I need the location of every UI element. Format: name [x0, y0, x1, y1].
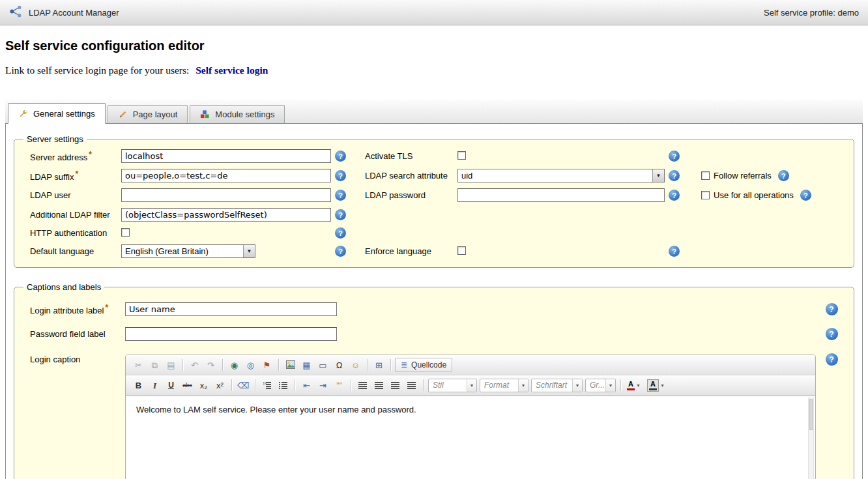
help-icon-ldap-password[interactable]: ? — [669, 190, 680, 201]
text-color-button[interactable]: A▾ — [626, 380, 643, 391]
tab-module-settings[interactable]: Module settings — [190, 105, 285, 123]
remove-format-icon[interactable]: ⌫ — [236, 378, 251, 392]
align-right-icon[interactable] — [388, 378, 403, 392]
login-caption-cell: ✂⧉▤↶↷◉◎⚑▦▭Ω☺⊞≣Quellcode BIUabcx₂x²⌫⇤⇥””S… — [125, 352, 816, 479]
login-attribute-input[interactable] — [125, 302, 337, 316]
help-icon-default-language[interactable]: ? — [335, 246, 346, 257]
ldap-suffix-input[interactable] — [121, 169, 331, 182]
server-settings-grid: Server address* ? Activate TLS ? LDAP su… — [21, 149, 847, 258]
help-icon-server-address[interactable]: ? — [335, 151, 346, 162]
italic-icon[interactable]: I — [147, 378, 162, 392]
help-icon-activate-tls[interactable]: ? — [669, 151, 680, 162]
source-button-label: Quellcode — [411, 360, 446, 370]
font-dropdown[interactable]: Schriftart▾ — [531, 379, 583, 392]
self-service-login-link[interactable]: Self service login — [195, 65, 268, 76]
select-arrow-icon: ▼ — [243, 245, 255, 257]
source-button[interactable]: ≣Quellcode — [395, 358, 452, 372]
align-center-icon — [375, 381, 383, 389]
strike-icon[interactable]: abc — [180, 378, 195, 392]
style-dropdown[interactable]: Stil▾ — [428, 379, 477, 392]
help-icon-follow-referrals[interactable]: ? — [778, 170, 789, 181]
copy-icon: ⧉ — [152, 361, 158, 370]
activate-tls-cell — [457, 151, 665, 162]
editor-toolbar-row1: ✂⧉▤↶↷◉◎⚑▦▭Ω☺⊞≣Quellcode — [126, 355, 815, 375]
http-authentication-checkbox[interactable] — [121, 228, 130, 237]
table-icon[interactable]: ▦ — [299, 358, 314, 372]
align-center-icon[interactable] — [371, 378, 386, 392]
ldap-password-input[interactable] — [457, 188, 665, 202]
help-cell: ? — [826, 352, 838, 366]
help-icon-http-authentication[interactable]: ? — [335, 227, 346, 239]
bold-icon: B — [136, 381, 141, 390]
default-language-select[interactable]: English (Great Britain) ▼ — [121, 244, 255, 258]
password-field-input[interactable] — [125, 327, 337, 341]
editor-toolbar-row2: BIUabcx₂x²⌫⇤⇥””Stil▾Format▾Schriftart▾Gr… — [126, 375, 815, 396]
maximize-icon[interactable]: ⊞ — [371, 358, 386, 372]
link-icon[interactable]: ◉ — [227, 358, 242, 372]
server-address-input[interactable] — [121, 149, 331, 163]
server-settings-legend: Server settings — [23, 134, 87, 144]
bold-icon[interactable]: B — [131, 378, 146, 392]
indent-icon[interactable]: ⇥ — [315, 378, 330, 392]
help-icon-additional-filter[interactable]: ? — [335, 209, 346, 220]
ordered-list-icon[interactable] — [259, 378, 274, 392]
underline-icon[interactable]: U — [164, 378, 179, 392]
blockquote-icon[interactable]: ”” — [332, 378, 347, 392]
toolbar-separator — [255, 379, 255, 391]
anchor-flag-icon[interactable]: ⚑ — [259, 358, 274, 372]
cut-icon[interactable]: ✂ — [131, 358, 146, 372]
paste-icon[interactable]: ▤ — [164, 358, 179, 372]
image-icon[interactable] — [283, 358, 298, 372]
help-icon-ldap-suffix[interactable]: ? — [335, 170, 346, 181]
subscript-icon: x₂ — [200, 381, 208, 390]
background-color-button[interactable]: A▾ — [646, 379, 667, 392]
tab-label: General settings — [33, 109, 95, 119]
help-cell: ? — [665, 151, 696, 162]
enforce-language-cell — [457, 246, 665, 257]
enforce-language-checkbox[interactable] — [457, 246, 466, 255]
help-icon-login-attribute[interactable]: ? — [826, 303, 838, 315]
tab-page-layout[interactable]: Page layout — [108, 105, 188, 123]
use-all-operations-checkbox[interactable] — [701, 191, 710, 199]
subscript-icon[interactable]: x₂ — [196, 378, 211, 392]
help-icon-enforce-language[interactable]: ? — [669, 246, 680, 257]
horizontal-rule-icon[interactable]: ▭ — [315, 358, 330, 372]
additional-filter-input[interactable] — [121, 208, 331, 222]
tab-general-settings[interactable]: General settings — [8, 103, 106, 124]
chevron-down-icon: ▾ — [635, 381, 642, 390]
ldap-search-attribute-select[interactable]: uid ▼ — [457, 169, 665, 182]
copy-icon[interactable]: ⧉ — [147, 358, 162, 372]
http-authentication-label: HTTP authentication — [30, 228, 121, 238]
align-left-icon[interactable] — [355, 378, 370, 392]
editor-scrollbar-thumb[interactable] — [809, 399, 813, 430]
help-cell: ? — [665, 190, 696, 201]
ldap-user-input[interactable] — [121, 188, 331, 202]
undo-icon[interactable]: ↶ — [187, 358, 202, 372]
editor-scrollbar[interactable] — [808, 398, 814, 479]
align-left-icon — [358, 381, 367, 389]
additional-filter-cell — [121, 208, 331, 222]
help-icon-ldap-search-attribute[interactable]: ? — [669, 170, 680, 181]
activate-tls-checkbox[interactable] — [457, 151, 466, 160]
select-value: uid — [458, 169, 652, 182]
editor-content-area[interactable]: Welcome to LAM self service. Please ente… — [126, 396, 815, 479]
superscript-icon[interactable]: x² — [212, 378, 227, 392]
captions-legend: Captions and labels — [23, 282, 104, 292]
help-icon-login-caption[interactable]: ? — [826, 353, 838, 366]
help-icon-password-field[interactable]: ? — [826, 328, 838, 340]
size-dropdown[interactable]: Gr...▾ — [585, 379, 616, 392]
help-icon-use-all-operations[interactable]: ? — [800, 190, 811, 201]
page: { "icons": { "help": "?", "caret": "▾", … — [0, 0, 868, 479]
special-char-icon[interactable]: Ω — [332, 358, 347, 372]
align-justify-icon[interactable] — [404, 378, 419, 392]
help-icon-ldap-user[interactable]: ? — [335, 190, 346, 201]
smiley-icon[interactable]: ☺ — [348, 358, 363, 372]
table-icon: ▦ — [302, 361, 310, 370]
unordered-list-icon[interactable] — [276, 378, 291, 392]
follow-referrals-checkbox[interactable] — [701, 171, 710, 180]
redo-icon[interactable]: ↷ — [203, 358, 218, 372]
format-dropdown[interactable]: Format▾ — [480, 379, 528, 392]
unlink-icon[interactable]: ◎ — [243, 358, 258, 372]
outdent-icon[interactable]: ⇤ — [299, 378, 314, 392]
http-authentication-cell — [121, 228, 331, 239]
